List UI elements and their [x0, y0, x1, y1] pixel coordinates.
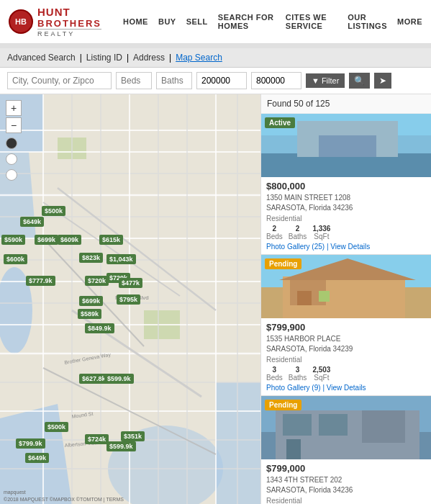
logo-brothers: BROTHERS — [37, 18, 101, 29]
svg-text:mapquest: mapquest — [4, 490, 26, 495]
logo-circle: HB — [9, 9, 33, 34]
view-details-link[interactable]: View Details — [330, 243, 370, 251]
price-bubble[interactable]: $500k — [45, 422, 68, 432]
filter-row: ▼ Filter 🔍 ➤ — [0, 68, 431, 94]
price-bubble[interactable]: $823k — [79, 253, 103, 263]
listing-address: 1535 HARBOR PLACE SARASOTA, Florida 3423… — [266, 334, 426, 354]
price-bubble[interactable]: $849.9k — [85, 323, 114, 333]
beds-input[interactable] — [116, 72, 152, 89]
listing-type: Residential — [266, 497, 426, 504]
price-bubble[interactable]: $599.9k — [106, 441, 136, 451]
price-bubble[interactable]: $477k — [119, 278, 142, 288]
price-bubble[interactable]: $795k — [117, 294, 140, 305]
tab-map-search[interactable]: Map Search — [176, 53, 222, 63]
price-bubble[interactable]: $599.9k — [104, 374, 134, 384]
logo-hunt: HUNT — [37, 6, 101, 18]
nav-search-homes[interactable]: SEARCH FOR HOMES — [218, 13, 276, 30]
listing-info: $799,900 1535 HARBOR PLACE SARASOTA, Flo… — [261, 318, 431, 395]
filter-button[interactable]: ▼ Filter — [306, 73, 345, 88]
map-zoom-out[interactable]: − — [6, 117, 22, 133]
price-bubble[interactable]: $609k — [58, 235, 81, 245]
price-bubble[interactable]: $720k — [85, 276, 109, 286]
view-details-link[interactable]: View Details — [327, 384, 366, 392]
nav-sell[interactable]: SELL — [186, 17, 208, 26]
svg-text:©2018 MAPQUEST ©MAPBOX ©TOMTOM: ©2018 MAPQUEST ©MAPBOX ©TOMTOM | TERMS — [4, 497, 124, 503]
listing-card[interactable]: Active $800,000 1350 MAIN STREET 1208 SA… — [261, 114, 431, 255]
photo-gallery-link[interactable]: Photo Gallery (25) — [266, 243, 325, 251]
price-bubble[interactable]: $649k — [20, 217, 44, 227]
price-bubble[interactable]: $777.9k — [26, 276, 55, 286]
price-bubble[interactable]: $699k — [79, 296, 103, 306]
listing-type: Residential — [266, 356, 426, 364]
map-area[interactable]: + − — [0, 94, 260, 504]
listing-image: Pending — [261, 396, 431, 459]
status-badge: Active — [265, 117, 295, 128]
main-content: + − — [0, 94, 431, 504]
price-bubble[interactable]: $600k — [4, 254, 27, 264]
listing-stats: 2Beds 2Baths 1,336SqFt — [266, 225, 426, 240]
listing-address: 1343 4TH STREET 202 SARASOTA, Florida 34… — [266, 475, 426, 495]
logo-text: HUNT BROTHERS REALTY — [37, 6, 101, 37]
status-badge: Pending — [265, 400, 301, 410]
map-radio-2[interactable] — [6, 153, 17, 165]
max-price-input[interactable] — [251, 72, 301, 89]
logo[interactable]: HB HUNT BROTHERS REALTY — [9, 6, 101, 37]
listing-price: $799,000 — [266, 463, 426, 474]
listing-image: Pending — [261, 255, 431, 318]
listings-panel: Found 50 of 125 Act — [260, 94, 431, 504]
svg-rect-49 — [319, 135, 376, 157]
svg-rect-63 — [362, 410, 405, 443]
listing-stats: 3Beds 3Baths 2,503SqFt — [266, 366, 426, 382]
svg-rect-55 — [297, 291, 312, 305]
map-zoom-in[interactable]: + — [6, 100, 22, 116]
search-button[interactable]: 🔍 — [349, 73, 370, 89]
listing-price: $800,000 — [266, 181, 426, 192]
nav-buy[interactable]: BUY — [158, 17, 176, 26]
map-radio-1[interactable] — [6, 138, 17, 149]
svg-rect-62 — [319, 414, 348, 436]
listing-address: 1350 MAIN STREET 1208 SARASOTA, Florida … — [266, 193, 426, 213]
price-bubble[interactable]: $724k — [85, 434, 109, 444]
logo-realty: REALTY — [37, 29, 101, 37]
nav-home[interactable]: HOME — [123, 17, 148, 26]
location-button[interactable]: ➤ — [374, 73, 391, 89]
map-radio-3[interactable] — [6, 169, 17, 181]
price-bubble[interactable]: $590k — [1, 235, 25, 245]
results-count: Found 50 of 125 — [261, 94, 431, 114]
listing-links: Photo Gallery (9) | View Details — [266, 384, 426, 392]
price-bubble[interactable]: $589k — [78, 309, 101, 319]
map-controls: + − — [6, 100, 22, 181]
min-price-input[interactable] — [196, 72, 247, 89]
price-bubble[interactable]: $1,043k — [106, 254, 136, 264]
photo-gallery-link[interactable]: Photo Gallery (9) — [266, 384, 321, 392]
tab-advanced-search[interactable]: Advanced Search — [7, 53, 76, 63]
baths-input[interactable] — [156, 72, 192, 89]
listing-info: $800,000 1350 MAIN STREET 1208 SARASOTA,… — [261, 177, 431, 254]
price-bubble[interactable]: $699k — [35, 235, 58, 245]
tab-address[interactable]: Address — [133, 53, 165, 63]
header: HB HUNT BROTHERS REALTY HOME BUY SELL SE… — [0, 0, 431, 44]
price-bubble[interactable]: $615k — [99, 235, 123, 245]
city-input[interactable] — [7, 72, 112, 89]
svg-rect-56 — [319, 291, 330, 302]
search-tabs: Advanced Search | Listing ID | Address |… — [0, 48, 431, 68]
listing-card[interactable]: Pending $799,000 1343 4TH STREET 202 SAR… — [261, 396, 431, 504]
main-nav: HOME BUY SELL SEARCH FOR HOMES CITES WE … — [123, 13, 422, 30]
price-bubble[interactable]: $500k — [42, 206, 65, 216]
nav-more[interactable]: MORE — [397, 17, 422, 26]
status-badge: Pending — [265, 258, 301, 269]
listing-price: $799,900 — [266, 322, 426, 333]
filter-icon: ▼ — [312, 76, 319, 85]
nav-our-listings[interactable]: OUR LISTINGS — [348, 13, 387, 30]
nav-cities[interactable]: CITES WE SERVICE — [286, 13, 337, 30]
listing-card[interactable]: Pending $799,900 1535 HARBOR PLACE SARAS… — [261, 255, 431, 396]
listing-info: $799,000 1343 4TH STREET 202 SARASOTA, F… — [261, 459, 431, 504]
listing-image: Active — [261, 114, 431, 177]
listing-links: Photo Gallery (25) | View Details — [266, 243, 426, 251]
svg-rect-64 — [286, 439, 301, 459]
tab-listing-id[interactable]: Listing ID — [86, 53, 122, 63]
price-bubble[interactable]: $351k — [121, 431, 145, 441]
price-bubble[interactable]: $649k — [25, 453, 49, 463]
price-bubble[interactable]: $799.9k — [16, 438, 45, 449]
listing-type: Residential — [266, 215, 426, 222]
